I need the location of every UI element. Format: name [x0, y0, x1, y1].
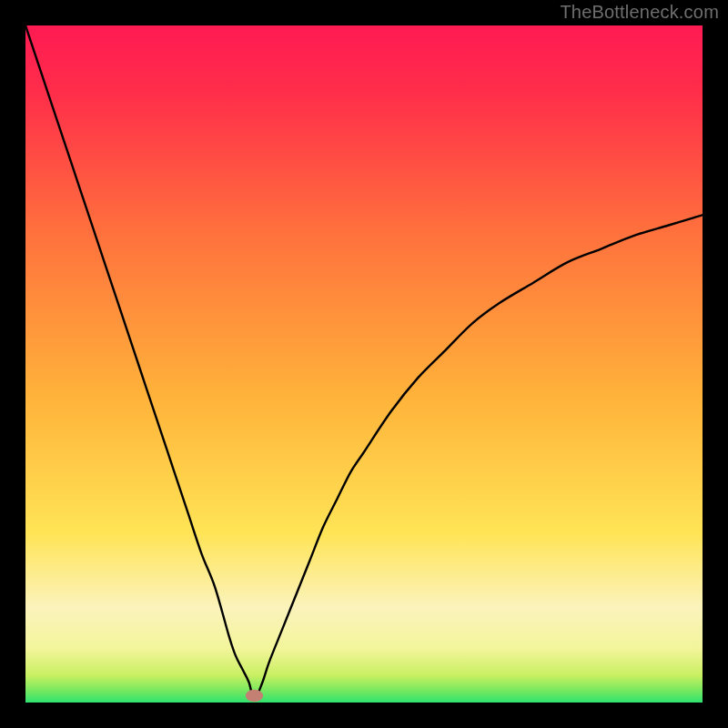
chart-canvas: [25, 25, 703, 703]
optimum-marker: [246, 690, 263, 702]
chart-frame: TheBottleneck.com: [0, 0, 728, 728]
watermark-text: TheBottleneck.com: [560, 2, 719, 23]
gradient-background: [25, 25, 703, 703]
plot-area: [25, 25, 703, 703]
